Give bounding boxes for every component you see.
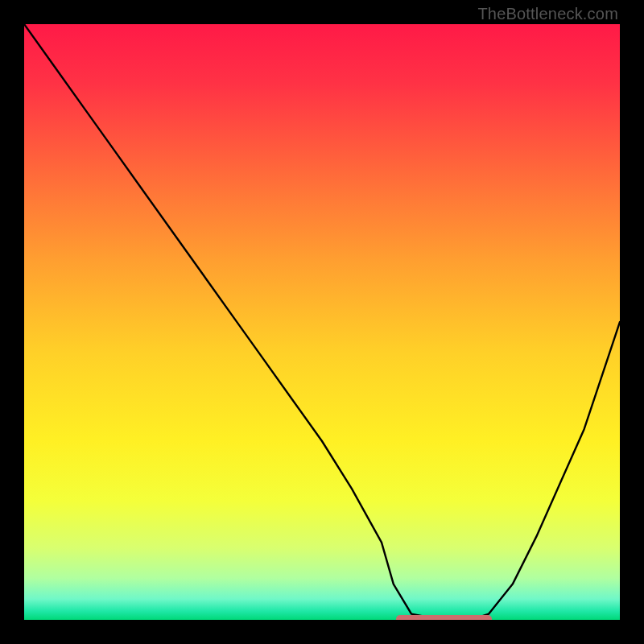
bottleneck-curve (24, 24, 620, 620)
watermark-text: TheBottleneck.com (477, 5, 618, 23)
chart-frame: TheBottleneck.com (0, 0, 644, 644)
optimal-range-marker (396, 615, 492, 620)
plot-area (24, 24, 620, 620)
